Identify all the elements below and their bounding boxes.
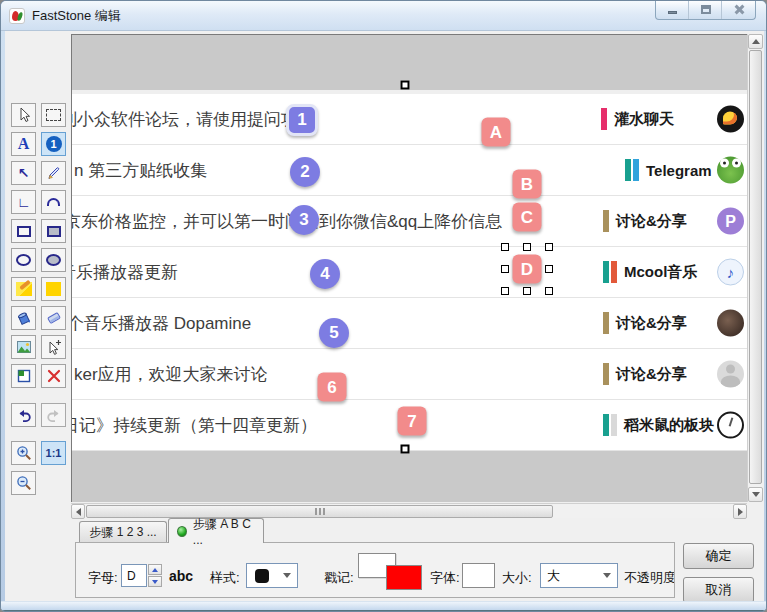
filled-rectangle-tool-button[interactable] bbox=[41, 219, 66, 243]
maximize-button[interactable] bbox=[689, 1, 722, 19]
scroll-left-button[interactable] bbox=[71, 504, 85, 519]
tag-color-bar bbox=[601, 108, 607, 130]
person-avatar-icon bbox=[717, 361, 744, 388]
stamp-A[interactable]: A bbox=[482, 118, 511, 147]
select-tool-button[interactable] bbox=[11, 103, 36, 127]
titlebar[interactable]: FastStone 编辑 bbox=[1, 1, 767, 31]
scroll-left-icon bbox=[76, 508, 81, 516]
polyline-tool-button[interactable]: ∟ bbox=[11, 190, 36, 214]
size-dropdown[interactable]: 大 bbox=[540, 563, 618, 588]
stamp-4[interactable]: 4 bbox=[310, 259, 340, 289]
selection-handle[interactable] bbox=[523, 287, 531, 295]
undo-button[interactable] bbox=[11, 403, 36, 427]
window-frame-left bbox=[1, 31, 5, 601]
stamp-2[interactable]: 2 bbox=[290, 157, 320, 187]
scroll-right-button[interactable] bbox=[733, 504, 747, 519]
canvas-selection-handle[interactable] bbox=[401, 445, 410, 454]
zoom-out-icon bbox=[16, 475, 32, 491]
filled-ellipse-tool-button[interactable] bbox=[41, 248, 66, 272]
close-button[interactable] bbox=[722, 1, 755, 19]
tag-label: 稻米鼠的板块 bbox=[624, 416, 714, 435]
selection-handle[interactable] bbox=[523, 243, 531, 251]
style-swatch-icon bbox=[255, 569, 269, 583]
stamp-3[interactable]: 3 bbox=[289, 205, 319, 235]
active-tab-dot-icon bbox=[177, 526, 187, 537]
eraser-tool-button[interactable] bbox=[41, 306, 66, 330]
pencil-tool-button[interactable] bbox=[41, 161, 66, 185]
rect-select-tool-button[interactable] bbox=[41, 103, 66, 127]
highlighter-tool-button[interactable] bbox=[11, 277, 36, 301]
post-title: 音乐播放器更新 bbox=[72, 261, 178, 284]
zoom-out-button[interactable] bbox=[11, 471, 36, 495]
scroll-down-button[interactable] bbox=[748, 487, 763, 502]
spinner-down-button[interactable] bbox=[148, 576, 162, 587]
text-tool-button[interactable]: A bbox=[11, 132, 36, 156]
stamp-7[interactable]: 7 bbox=[398, 407, 427, 436]
stamp-5[interactable]: 5 bbox=[319, 318, 349, 348]
post-title: 到小众软件论坛，请使用提问功能 bbox=[72, 108, 315, 131]
stamp-6[interactable]: 6 bbox=[318, 373, 347, 402]
selection-handle[interactable] bbox=[501, 287, 509, 295]
font-color-swatch[interactable] bbox=[462, 563, 495, 588]
frog-avatar-icon bbox=[717, 157, 744, 184]
lowercase-toggle[interactable]: abc bbox=[169, 568, 193, 584]
stamp-C[interactable]: C bbox=[513, 203, 542, 232]
scroll-up-icon bbox=[752, 39, 760, 44]
vertical-scrollbar[interactable] bbox=[747, 34, 762, 502]
fill-tool-button[interactable] bbox=[11, 306, 36, 330]
font-label: 字体: bbox=[430, 569, 460, 587]
redo-button[interactable] bbox=[41, 403, 66, 427]
stamp-label: 戳记: bbox=[324, 569, 354, 587]
selection-handle[interactable] bbox=[545, 243, 553, 251]
rectangle-icon bbox=[17, 226, 31, 237]
selection-handle[interactable] bbox=[501, 265, 509, 273]
selection-handle[interactable] bbox=[545, 287, 553, 295]
ellipse-tool-button[interactable] bbox=[11, 248, 36, 272]
minimize-button[interactable] bbox=[656, 1, 689, 19]
edit-canvas[interactable]: 到小众软件论坛，请使用提问功能灌水聊天n 第三方贴纸收集Telegram京东价格… bbox=[71, 34, 747, 502]
post-row: n 第三方贴纸收集Telegram bbox=[72, 145, 747, 196]
number-stamp-icon: 1 bbox=[46, 136, 62, 152]
restore-icon bbox=[701, 5, 711, 14]
delete-tool-button[interactable] bbox=[41, 364, 66, 388]
delete-x-icon bbox=[46, 368, 62, 384]
curve-tool-button[interactable] bbox=[41, 190, 66, 214]
cancel-button[interactable]: 取消 bbox=[683, 577, 754, 603]
letter-input[interactable]: D bbox=[121, 564, 147, 587]
select-object-tool-button[interactable] bbox=[41, 335, 66, 359]
tag-color-bar bbox=[633, 159, 639, 181]
yellow-block-icon bbox=[46, 282, 61, 296]
canvas-selection-handle[interactable] bbox=[401, 81, 410, 90]
scroll-up-button[interactable] bbox=[748, 34, 763, 49]
horizontal-scroll-thumb[interactable] bbox=[86, 505, 553, 518]
ok-button[interactable]: 确定 bbox=[683, 543, 754, 569]
solid-highlight-tool-button[interactable] bbox=[41, 277, 66, 301]
stamp-1[interactable]: 1 bbox=[286, 104, 318, 136]
selection-handle[interactable] bbox=[545, 265, 553, 273]
selection-handle[interactable] bbox=[501, 243, 509, 251]
stamp-B[interactable]: B bbox=[513, 170, 542, 199]
tab-steps-abc[interactable]: 步骤 A B C ... bbox=[168, 518, 264, 543]
number-stamp-tool-button[interactable]: 1 bbox=[41, 132, 66, 156]
stamp-D[interactable]: D bbox=[513, 255, 542, 284]
actual-size-button[interactable]: 1:1 bbox=[41, 441, 66, 465]
crop-tool-button[interactable] bbox=[11, 364, 36, 388]
eraser-icon bbox=[46, 310, 62, 326]
vertical-scroll-thumb[interactable] bbox=[749, 50, 762, 484]
client-area: A 1 ↖ ∟ bbox=[1, 31, 767, 601]
post-row: 音乐播放器更新Mcool音乐♪ bbox=[72, 247, 747, 298]
stamp-front-color-swatch[interactable] bbox=[386, 565, 422, 590]
zoom-in-button[interactable] bbox=[11, 441, 36, 465]
curve-icon bbox=[47, 198, 60, 206]
scroll-down-icon bbox=[752, 492, 760, 497]
arrow-tool-button[interactable]: ↖ bbox=[11, 161, 36, 185]
tag-color-bar bbox=[603, 210, 609, 232]
horizontal-scrollbar[interactable] bbox=[71, 503, 747, 518]
style-dropdown[interactable] bbox=[246, 563, 298, 588]
rectangle-tool-button[interactable] bbox=[11, 219, 36, 243]
tab-steps-123[interactable]: 步骤 1 2 3 ... bbox=[79, 521, 167, 542]
spinner-up-button[interactable] bbox=[148, 564, 162, 575]
tag-color-bar bbox=[603, 363, 609, 385]
window-title: FastStone 编辑 bbox=[32, 1, 121, 30]
image-tool-button[interactable] bbox=[11, 335, 36, 359]
